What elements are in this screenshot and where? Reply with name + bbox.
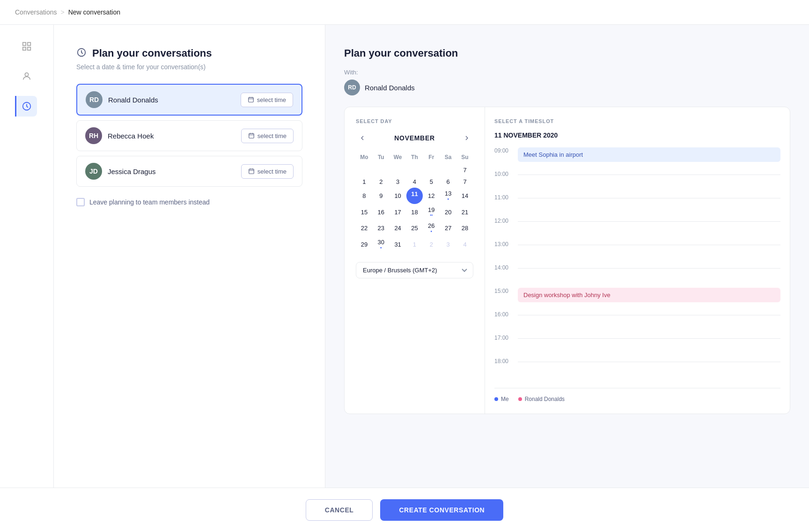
time-row-09:00[interactable]: 09:00Meet Sophia in airport xyxy=(494,146,780,170)
calendar-next-btn[interactable] xyxy=(460,131,473,145)
cal-day-3-5[interactable]: 20 xyxy=(440,204,456,220)
cal-day-1-4[interactable]: 5 xyxy=(423,176,440,188)
time-row-10:00[interactable]: 10:00 xyxy=(494,170,780,193)
cal-day-1-0[interactable]: 1 xyxy=(356,176,373,188)
leave-planning-checkbox[interactable] xyxy=(76,198,85,206)
cal-day-4-2[interactable]: 24 xyxy=(390,220,406,236)
cal-day-0-4[interactable] xyxy=(423,164,440,176)
cal-day-5-5[interactable]: 3 xyxy=(440,236,456,253)
legend-item-me: Me xyxy=(494,396,509,402)
select-time-ronald[interactable]: select time xyxy=(241,93,293,107)
time-row-12:00[interactable]: 12:00 xyxy=(494,217,780,240)
time-line-13:00 xyxy=(518,245,780,245)
time-row-18:00[interactable]: 18:00 xyxy=(494,357,780,380)
cal-day-1-5[interactable]: 6 xyxy=(440,176,456,188)
cal-day-0-5[interactable] xyxy=(440,164,456,176)
calendar-prev-btn[interactable] xyxy=(356,131,369,145)
svg-rect-9 xyxy=(249,169,254,174)
cal-day-0-1[interactable] xyxy=(373,164,390,176)
time-row-17:00[interactable]: 17:00 xyxy=(494,334,780,357)
cal-day-2-4[interactable]: 12 xyxy=(423,188,440,204)
time-row-11:00[interactable]: 11:00 xyxy=(494,193,780,217)
timezone-select[interactable]: Europe / Brussels (GMT+2) UTC America / … xyxy=(356,262,473,278)
with-name: Ronald Donalds xyxy=(365,84,415,92)
cal-day-3-4[interactable]: 19•• xyxy=(423,204,440,220)
time-row-16:00[interactable]: 16:00 xyxy=(494,310,780,334)
legend-dot-me xyxy=(494,397,498,401)
cancel-button[interactable]: CANCEL xyxy=(306,499,373,521)
cal-day-1-2[interactable]: 3 xyxy=(390,176,406,188)
cal-day-0-2[interactable] xyxy=(390,164,406,176)
cal-day-3-0[interactable]: 15 xyxy=(356,204,373,220)
time-row-14:00[interactable]: 14:00 xyxy=(494,263,780,287)
cal-day-0-3[interactable] xyxy=(406,164,423,176)
cal-day-3-2[interactable]: 17 xyxy=(390,204,406,220)
cal-day-3-6[interactable]: 21 xyxy=(456,204,473,220)
event-block-09:00[interactable]: Meet Sophia in airport xyxy=(518,147,780,162)
cal-header-mo: Mo xyxy=(356,152,373,164)
cal-day-4-0[interactable]: 22 xyxy=(356,220,373,236)
time-label-12:00: 12:00 xyxy=(494,217,513,224)
cal-day-4-1[interactable]: 23 xyxy=(373,220,390,236)
cal-day-2-3[interactable]: 11•• xyxy=(406,188,423,204)
cal-day-2-5[interactable]: 13• xyxy=(440,188,456,204)
cal-day-1-3[interactable]: 4 xyxy=(406,176,423,188)
cal-day-2-0[interactable]: 8 xyxy=(356,188,373,204)
contact-row-ronald[interactable]: RD Ronald Donalds select time xyxy=(76,84,302,116)
svg-point-4 xyxy=(25,73,28,76)
legend-item-ronald: Ronald Donalds xyxy=(518,396,565,402)
select-time-rebecca[interactable]: select time xyxy=(241,129,294,143)
calendar-section-label: SELECT DAY xyxy=(356,118,473,124)
cal-day-0-0[interactable] xyxy=(356,164,373,176)
cal-day-0-6[interactable]: 7 xyxy=(456,164,473,176)
select-time-jessica[interactable]: select time xyxy=(241,164,294,179)
calendar-icon-rebecca xyxy=(248,132,255,139)
panel-title: Plan your conversations xyxy=(92,47,212,59)
sidebar-item-grid[interactable] xyxy=(16,36,37,57)
cal-day-5-0[interactable]: 29 xyxy=(356,236,373,253)
cal-day-3-1[interactable]: 16 xyxy=(373,204,390,220)
contact-info-rebecca: RH Rebecca Hoek xyxy=(85,127,154,144)
cal-day-2-6[interactable]: 14 xyxy=(456,188,473,204)
breadcrumb-parent[interactable]: Conversations xyxy=(15,8,57,16)
time-label-18:00: 18:00 xyxy=(494,357,513,364)
contact-row-rebecca[interactable]: RH Rebecca Hoek select time xyxy=(76,120,302,151)
avatar-rebecca: RH xyxy=(85,127,102,144)
cal-day-2-2[interactable]: 10 xyxy=(390,188,406,204)
sidebar-item-person[interactable] xyxy=(16,66,37,87)
legend-label-me: Me xyxy=(501,396,509,402)
cal-day-4-5[interactable]: 27 xyxy=(440,220,456,236)
cal-day-1-1[interactable]: 2 xyxy=(373,176,390,188)
svg-rect-2 xyxy=(23,47,26,50)
leave-planning-label: Leave planning to team members instead xyxy=(89,198,210,206)
cal-day-1-6[interactable]: 7 xyxy=(456,176,473,188)
contact-name-ronald: Ronald Donalds xyxy=(108,96,158,104)
timeslot-list: 09:00Meet Sophia in airport10:0011:0012:… xyxy=(494,146,780,380)
cal-day-4-6[interactable]: 28 xyxy=(456,220,473,236)
cal-day-5-3[interactable]: 1 xyxy=(406,236,423,253)
cal-day-5-1[interactable]: 30• xyxy=(373,236,390,253)
time-label-13:00: 13:00 xyxy=(494,240,513,248)
calendar-grid: Mo Tu We Th Fr Sa Su 71234567891011••121… xyxy=(356,152,473,253)
time-row-13:00[interactable]: 13:00 xyxy=(494,240,780,263)
leave-planning: Leave planning to team members instead xyxy=(76,198,302,206)
cal-day-5-6[interactable]: 4 xyxy=(456,236,473,253)
time-row-15:00[interactable]: 15:00Design workshop with Johny Ive xyxy=(494,287,780,310)
calendar-side: SELECT DAY NOVEMBER xyxy=(345,107,485,414)
time-line-17:00 xyxy=(518,338,780,339)
cal-day-5-4[interactable]: 2 xyxy=(423,236,440,253)
cal-day-5-2[interactable]: 31 xyxy=(390,236,406,253)
cal-day-4-3[interactable]: 25 xyxy=(406,220,423,236)
sidebar-item-clock[interactable] xyxy=(15,96,37,117)
cal-day-4-4[interactable]: 26• xyxy=(423,220,440,236)
breadcrumb-separator: > xyxy=(61,8,65,16)
calendar-month: NOVEMBER xyxy=(394,134,435,142)
time-label-15:00: 15:00 xyxy=(494,287,513,294)
cal-day-2-1[interactable]: 9 xyxy=(373,188,390,204)
create-conversation-button[interactable]: CREATE CONVERSATION xyxy=(380,499,503,521)
cal-header-th: Th xyxy=(406,152,423,164)
contact-row-jessica[interactable]: JD Jessica Dragus select time xyxy=(76,156,302,187)
cal-day-3-3[interactable]: 18 xyxy=(406,204,423,220)
event-block-15:00[interactable]: Design workshop with Johny Ive xyxy=(518,288,780,302)
with-person: RD Ronald Donalds xyxy=(344,80,790,95)
